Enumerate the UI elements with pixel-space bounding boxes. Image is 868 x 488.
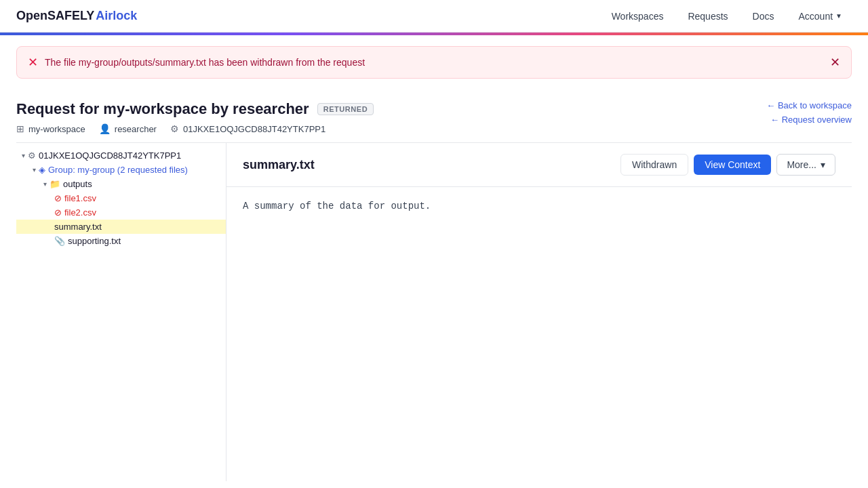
tree-file-label: file1.csv: [64, 193, 96, 203]
brand-logo: OpenSAFELY Airlock: [16, 9, 137, 23]
error-icon: ✕: [28, 55, 38, 70]
alert-close-button[interactable]: ✕: [830, 55, 840, 70]
chevron-down-icon: ▾: [33, 166, 36, 174]
nav-account[interactable]: Account ▼: [789, 7, 852, 26]
brand-opensafely: OpenSAFELY: [16, 9, 94, 23]
group-icon: ◈: [39, 165, 45, 175]
tree-folder-label: outputs: [63, 179, 92, 189]
alert-container: ✕ The file my-group/outputs/summary.txt …: [0, 35, 868, 89]
alert-banner: ✕ The file my-group/outputs/summary.txt …: [16, 46, 852, 79]
chevron-down-icon: ▾: [43, 180, 47, 188]
page-header: Request for my-workspace by researcher R…: [16, 89, 852, 142]
workspace-icon: ⊞: [16, 123, 24, 134]
tree-file-label: supporting.txt: [68, 236, 121, 246]
nav-links: Workspaces Requests Docs Account ▼: [602, 7, 852, 26]
nav-docs[interactable]: Docs: [743, 7, 784, 26]
status-badge: RETURNED: [317, 103, 374, 115]
page-title: Request for my-workspace by researcher R…: [16, 100, 374, 118]
tree-file-file1csv[interactable]: ⊘ file1.csv: [16, 191, 226, 205]
request-icon: ⚙: [28, 150, 36, 161]
brand-airlock: Airlock: [96, 9, 137, 23]
page-actions: ← Back to workspace ← Request overview: [766, 100, 852, 125]
tree-root-label: 01JKXE1OQJGCD88JT42YTK7PP1: [39, 150, 181, 161]
tree-group[interactable]: ▾ ◈ Group: my-group (2 requested files): [16, 163, 226, 177]
meta-researcher: 👤 researcher: [99, 123, 157, 134]
request-overview-link[interactable]: ← Request overview: [770, 115, 852, 125]
meta-workspace: ⊞ my-workspace: [16, 123, 85, 134]
file-viewer-actions: Withdrawn View Context More... ▾: [620, 154, 835, 176]
id-icon: ⚙: [170, 123, 179, 134]
main-content: Request for my-workspace by researcher R…: [0, 89, 868, 481]
tree-file-label: file2.csv: [64, 207, 96, 218]
tree-file-supportingtxt[interactable]: 📎 supporting.txt: [16, 234, 226, 248]
navbar: OpenSAFELY Airlock Workspaces Requests D…: [0, 0, 868, 33]
nav-requests[interactable]: Requests: [678, 7, 737, 26]
file-viewer-title: summary.txt: [243, 158, 315, 172]
withdrawn-icon: ⊘: [54, 193, 62, 203]
tree-file-label: summary.txt: [54, 222, 102, 232]
file-viewer-header: summary.txt Withdrawn View Context More.…: [226, 143, 852, 187]
file-tree: ▾ ⚙ 01JKXE1OQJGCD88JT42YTK7PP1 ▾ ◈ Group…: [16, 143, 226, 481]
withdrawn-button[interactable]: Withdrawn: [620, 154, 688, 176]
tree-folder[interactable]: ▾ 📁 outputs: [16, 177, 226, 191]
withdrawn-icon: ⊘: [54, 207, 62, 218]
tree-file-file2csv[interactable]: ⊘ file2.csv: [16, 205, 226, 220]
more-button[interactable]: More... ▾: [776, 154, 835, 176]
tree-file-summarytxt[interactable]: summary.txt: [16, 220, 226, 234]
file-viewer: summary.txt Withdrawn View Context More.…: [226, 143, 852, 481]
alert-left: ✕ The file my-group/outputs/summary.txt …: [28, 55, 365, 70]
page-title-area: Request for my-workspace by researcher R…: [16, 100, 374, 134]
chevron-down-icon: ▼: [835, 12, 842, 20]
tree-group-label: Group: my-group (2 requested files): [48, 165, 188, 175]
back-to-workspace-link[interactable]: ← Back to workspace: [766, 100, 852, 110]
file-content: A summary of the data for output.: [226, 187, 852, 225]
alert-message: The file my-group/outputs/summary.txt ha…: [45, 57, 365, 68]
file-icon: 📎: [54, 236, 65, 246]
tree-root[interactable]: ▾ ⚙ 01JKXE1OQJGCD88JT42YTK7PP1: [16, 148, 226, 163]
chevron-down-icon: ▾: [22, 152, 25, 159]
folder-icon: 📁: [50, 179, 60, 189]
chevron-down-icon: ▾: [821, 159, 825, 170]
view-context-button[interactable]: View Context: [694, 155, 771, 175]
workspace-layout: ▾ ⚙ 01JKXE1OQJGCD88JT42YTK7PP1 ▾ ◈ Group…: [16, 142, 852, 481]
page-meta: ⊞ my-workspace 👤 researcher ⚙ 01JKXE1OQJ…: [16, 123, 374, 134]
meta-request-id: ⚙ 01JKXE1OQJGCD88JT42YTK7PP1: [170, 123, 326, 134]
user-icon: 👤: [99, 123, 111, 134]
nav-workspaces[interactable]: Workspaces: [602, 7, 673, 26]
